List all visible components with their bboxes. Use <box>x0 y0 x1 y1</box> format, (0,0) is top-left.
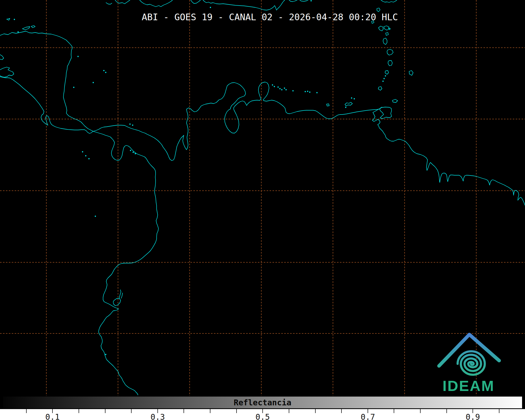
island-dot <box>18 31 19 33</box>
colorbar-tick-label: 0.1 <box>45 412 60 420</box>
colorbar-tick <box>210 409 210 413</box>
ideam-spiral-icon <box>458 351 485 375</box>
ideam-logo: IDEAM <box>439 335 499 394</box>
island-dot <box>354 98 355 100</box>
colorbar-tick <box>105 409 105 413</box>
island-dot <box>305 91 306 92</box>
puerto-rico-south-coast <box>381 0 397 2</box>
island-dot <box>133 152 134 153</box>
island-dot <box>78 56 79 57</box>
island-dot <box>281 89 283 91</box>
cayman-sliver <box>106 3 112 4</box>
barbados <box>409 71 413 75</box>
satellite-map: IDEAM <box>0 0 525 396</box>
colorbar-tick <box>236 409 237 413</box>
island-dot <box>316 92 318 93</box>
colorbar-label: Reflectancia <box>234 398 291 407</box>
island-dot <box>272 84 273 86</box>
hispaniola-southeast-coast <box>289 0 297 2</box>
island-dot <box>105 72 107 73</box>
hispaniola-south-coast <box>203 0 285 10</box>
island-dot <box>132 125 133 126</box>
island-dot <box>309 92 311 93</box>
tobago <box>392 99 398 103</box>
margarita <box>345 102 352 106</box>
island-dot <box>345 107 347 108</box>
puna-island <box>113 298 121 306</box>
island-dot <box>129 124 131 125</box>
marie-galante <box>386 32 388 35</box>
grenada <box>378 87 382 90</box>
st-lucia <box>388 60 392 66</box>
jamaica-south-coast <box>140 0 173 7</box>
island-dot <box>351 97 352 99</box>
island-dot <box>210 7 211 8</box>
island-dot <box>93 82 94 83</box>
island-dot <box>384 78 385 79</box>
colorbar-tick <box>341 409 342 413</box>
mona-passage-coast <box>300 0 308 1</box>
colorbar-axis: 0.10.30.50.70.9 <box>0 409 525 420</box>
goes19-satellite-image-viewer: IDEAM ABI - GOES 19 - CANAL 02 - 2026-04… <box>0 0 525 420</box>
island-dot <box>385 75 386 77</box>
colorbar-tick <box>394 409 394 413</box>
island-dot <box>82 151 83 153</box>
guayas-estuary-east <box>121 293 123 298</box>
image-title: ABI - GOES 19 - CANAL 02 - 2026-04-28 00… <box>142 12 398 22</box>
guayas-estuary-west <box>119 290 121 298</box>
martinique <box>387 49 393 55</box>
island-dot <box>274 86 275 87</box>
nicaragua-lakes <box>0 67 14 77</box>
colorbar-tick-label: 0.3 <box>150 412 165 420</box>
dominica <box>383 38 387 44</box>
island-dot <box>307 91 308 92</box>
island-dot <box>85 155 87 157</box>
island-dot <box>105 354 107 355</box>
island-dot <box>135 153 136 154</box>
trinidad <box>380 107 392 119</box>
colorbar-tick <box>315 409 316 413</box>
ideam-mountain-icon <box>439 335 499 366</box>
island-dot <box>286 89 287 91</box>
colorbar-tick-label: 0.7 <box>361 412 375 420</box>
leeward-island <box>377 8 380 12</box>
colorbar-tick <box>446 409 447 413</box>
island-dot <box>88 158 90 160</box>
honduras-lagoon-1 <box>22 27 30 30</box>
island-dot <box>95 216 96 217</box>
hispaniola-southwest-coast <box>191 0 201 3</box>
island-dot <box>278 87 279 88</box>
island-dot <box>382 81 384 82</box>
caribbean-central-america-venezuela-coast <box>0 31 525 205</box>
st-vincent <box>385 71 389 74</box>
guadeloupe-west <box>379 26 383 31</box>
grid-lines <box>0 0 525 396</box>
island-dot <box>311 0 312 2</box>
colorbar-tick <box>184 409 184 413</box>
colorbar-tick <box>499 409 499 413</box>
colorbar-tick <box>26 409 27 413</box>
bay-island <box>7 18 10 20</box>
island-dot <box>130 150 131 151</box>
honduras-lagoon-2 <box>31 26 35 28</box>
coastline-layer <box>0 0 525 395</box>
small-island-dots <box>14 0 386 355</box>
colorbar-tick <box>420 409 421 413</box>
island-dot <box>284 88 285 89</box>
colorbar-tick <box>289 409 289 413</box>
colorbar-tick-label: 0.9 <box>466 412 480 420</box>
island-dot <box>73 87 75 88</box>
cuba-south-coast <box>115 0 130 4</box>
colorbar-tick <box>131 409 132 413</box>
fonseca-gulf <box>0 55 4 60</box>
colorbar-gradient: Reflectancia <box>2 396 523 409</box>
pacific-south-america-coast <box>0 77 158 395</box>
island-dot <box>279 88 281 89</box>
colorbar-tick-label: 0.5 <box>255 412 270 420</box>
la-tortuga <box>327 104 329 106</box>
island-dot <box>103 70 105 71</box>
island-dot <box>14 19 15 20</box>
island-dot <box>292 90 294 92</box>
ideam-logo-text: IDEAM <box>442 377 494 394</box>
colorbar-tick <box>79 409 79 413</box>
